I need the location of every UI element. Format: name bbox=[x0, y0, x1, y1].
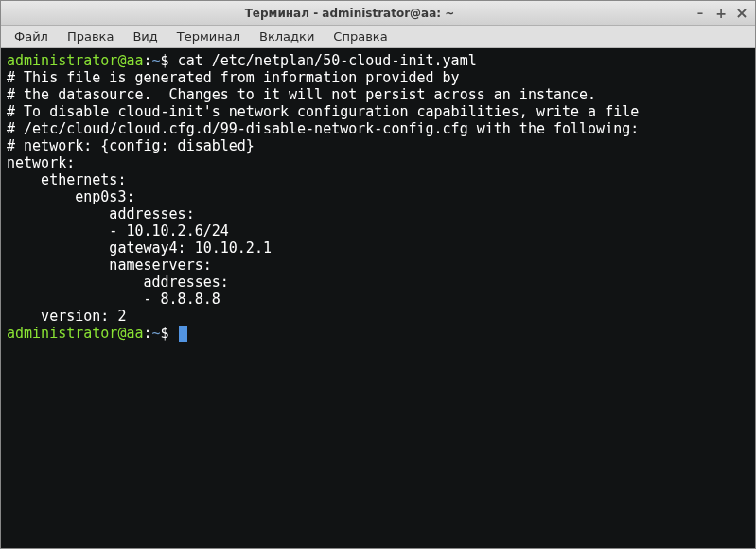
output-line: # This file is generated from informatio… bbox=[7, 69, 460, 86]
menu-file[interactable]: Файл bbox=[5, 27, 58, 46]
menu-edit[interactable]: Правка bbox=[58, 27, 123, 46]
minimize-button[interactable] bbox=[693, 6, 708, 21]
output-line: # /etc/cloud/cloud.cfg.d/99-disable-netw… bbox=[7, 120, 639, 137]
menu-tabs[interactable]: Вкладки bbox=[250, 27, 324, 46]
titlebar[interactable]: Терминал - administrator@aa: ~ bbox=[1, 1, 755, 26]
output-line: gateway4: 10.10.2.1 bbox=[7, 239, 272, 257]
menu-terminal[interactable]: Терминал bbox=[167, 27, 250, 46]
terminal-output[interactable]: administrator@aa:~$ cat /etc/netplan/50-… bbox=[1, 48, 755, 548]
menu-view[interactable]: Вид bbox=[123, 27, 167, 46]
output-line: # the datasource. Changes to it will not… bbox=[7, 86, 596, 103]
output-line: # To disable cloud-init's network config… bbox=[7, 103, 639, 120]
menubar: Файл Правка Вид Терминал Вкладки Справка bbox=[1, 26, 755, 48]
output-line: ethernets: bbox=[7, 171, 126, 188]
window-title: Терминал - administrator@aa: ~ bbox=[7, 7, 693, 20]
output-line: - 10.10.2.6/24 bbox=[7, 222, 229, 239]
output-line: # network: {config: disabled} bbox=[7, 137, 255, 154]
output-line: - 8.8.8.8 bbox=[7, 291, 220, 308]
close-button[interactable] bbox=[734, 6, 749, 21]
output-line: network: bbox=[7, 154, 75, 171]
prompt-line-2: administrator@aa:~$ bbox=[7, 325, 187, 342]
terminal-window: Терминал - administrator@aa: ~ Файл Прав… bbox=[0, 0, 756, 549]
output-line: addresses: bbox=[7, 205, 195, 222]
cursor bbox=[179, 326, 187, 342]
output-line: version: 2 bbox=[7, 308, 126, 325]
window-controls bbox=[693, 6, 749, 21]
menu-help[interactable]: Справка bbox=[324, 27, 396, 46]
prompt-line-1: administrator@aa:~$ cat /etc/netplan/50-… bbox=[7, 52, 477, 69]
output-line: addresses: bbox=[7, 274, 229, 291]
output-line: enp0s3: bbox=[7, 188, 134, 205]
output-line: nameservers: bbox=[7, 257, 212, 274]
command-text: cat /etc/netplan/50-cloud-init.yaml bbox=[178, 52, 477, 69]
maximize-button[interactable] bbox=[713, 6, 729, 21]
